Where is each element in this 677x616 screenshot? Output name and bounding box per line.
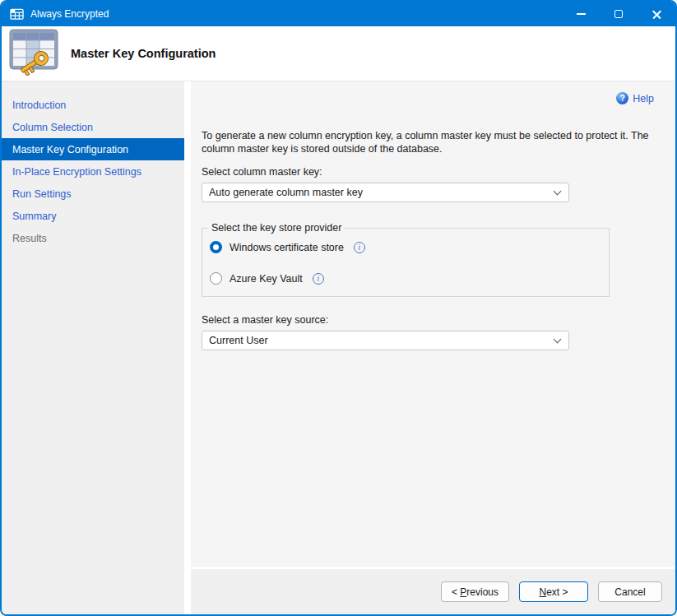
previous-button[interactable]: < Previous xyxy=(441,581,509,602)
key-store-provider-legend: Select the key store provider xyxy=(208,222,345,234)
info-glyph: i xyxy=(359,243,361,252)
key-store-provider-group: Select the key store provider Windows ce… xyxy=(202,228,610,297)
always-encrypted-app-icon xyxy=(10,8,24,21)
window-title: Always Encrypted xyxy=(30,8,109,20)
info-glyph: i xyxy=(317,275,319,283)
previous-button-rest: revious xyxy=(466,586,498,598)
next-button-mnemonic: N xyxy=(539,586,546,598)
column-master-key-select[interactable]: Auto generate column master key xyxy=(202,183,569,202)
wizard-page: ? Help To generate a new column encrypti… xyxy=(191,81,675,614)
previous-button-prefix: < xyxy=(452,586,460,598)
master-key-source-label: Select a master key source: xyxy=(202,314,654,326)
wizard-body: Introduction Column Selection Master Key… xyxy=(2,81,675,614)
wizard-steps-sidebar: Introduction Column Selection Master Key… xyxy=(2,81,184,614)
minimize-button[interactable] xyxy=(562,2,600,26)
minimize-icon xyxy=(577,13,586,15)
maximize-button[interactable] xyxy=(600,2,638,26)
sidebar-divider xyxy=(184,81,191,614)
help-link[interactable]: Help xyxy=(633,93,654,104)
page-title: Master Key Configuration xyxy=(71,47,216,60)
intro-text: To generate a new column encryption key,… xyxy=(202,130,654,155)
next-button[interactable]: Next > xyxy=(519,581,588,602)
help-icon[interactable]: ? xyxy=(616,92,628,104)
master-key-source-select[interactable]: Current User xyxy=(202,331,569,350)
master-key-configuration-content: ? Help To generate a new column encrypti… xyxy=(191,81,675,567)
sidebar-item-summary[interactable]: Summary xyxy=(2,205,184,227)
help-row: ? Help xyxy=(202,92,654,104)
titlebar: Always Encrypted xyxy=(2,2,675,26)
sidebar-item-column-selection[interactable]: Column Selection xyxy=(2,116,184,138)
column-master-key-value: Auto generate column master key xyxy=(209,187,363,198)
sidebar-item-master-key-configuration[interactable]: Master Key Configuration xyxy=(2,138,184,160)
cancel-button[interactable]: Cancel xyxy=(598,581,662,602)
always-encrypted-wizard-window: Always Encrypted xyxy=(0,0,677,616)
wizard-footer: < Previous Next > Cancel xyxy=(191,569,675,614)
close-button[interactable] xyxy=(638,2,675,26)
next-button-rest: ext > xyxy=(546,586,568,598)
radio-azure-key-vault-label: Azure Key Vault xyxy=(230,273,303,285)
radio-unselected-icon[interactable] xyxy=(210,272,222,285)
help-glyph: ? xyxy=(620,94,625,103)
radio-windows-certificate-store[interactable]: Windows certificate store i xyxy=(210,241,609,253)
wizard-header: Master Key Configuration xyxy=(2,26,675,81)
sidebar-item-results: Results xyxy=(2,227,184,249)
maximize-icon xyxy=(614,10,623,18)
close-icon xyxy=(651,9,662,20)
info-icon[interactable]: i xyxy=(313,273,324,285)
radio-selected-icon[interactable] xyxy=(210,241,222,253)
radio-azure-key-vault[interactable]: Azure Key Vault i xyxy=(210,272,609,285)
sidebar-item-run-settings[interactable]: Run Settings xyxy=(2,183,184,205)
sidebar-item-in-place-encryption-settings[interactable]: In-Place Encryption Settings xyxy=(2,160,184,183)
sidebar-item-introduction[interactable]: Introduction xyxy=(2,94,184,116)
table-key-icon xyxy=(8,28,59,79)
window-controls xyxy=(562,2,675,26)
chevron-down-icon xyxy=(554,187,562,195)
radio-windows-certificate-store-label: Windows certificate store xyxy=(230,242,344,253)
master-key-source-value: Current User xyxy=(209,335,268,346)
chevron-down-icon xyxy=(554,335,562,343)
info-icon[interactable]: i xyxy=(354,242,365,253)
column-master-key-label: Select column master key: xyxy=(202,166,654,178)
